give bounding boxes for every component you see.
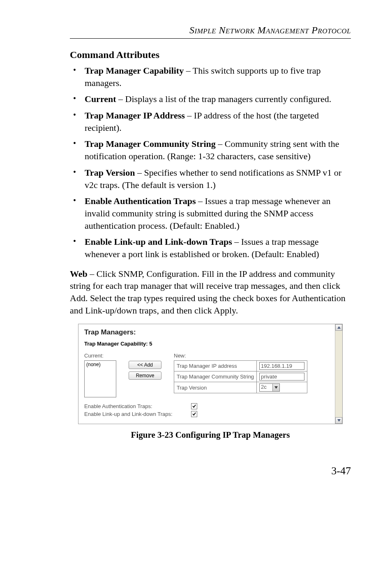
scroll-down-button[interactable] bbox=[335, 417, 342, 424]
table-row: Trap Manager IP address 192.168.1.19 bbox=[174, 361, 307, 371]
current-value: (none) bbox=[86, 362, 101, 367]
list-item: Trap Version – Specifies whether to send… bbox=[70, 167, 351, 191]
current-label: Current: bbox=[84, 353, 116, 359]
new-form-table: Trap Manager IP address 192.168.1.19 Tra… bbox=[174, 360, 307, 393]
link-traps-row: Enable Link-up and Link-down Traps: bbox=[84, 411, 337, 417]
add-button[interactable]: << Add bbox=[129, 361, 161, 369]
scroll-up-button[interactable] bbox=[335, 324, 342, 331]
ip-cell: 192.168.1.19 bbox=[257, 361, 307, 371]
list-item: Trap Manager Capability – This switch su… bbox=[70, 65, 351, 89]
svg-marker-1 bbox=[337, 419, 341, 422]
term: Trap Manager Capability bbox=[85, 65, 184, 76]
term: Enable Authentication Traps bbox=[85, 196, 196, 206]
version-cell: 2c bbox=[257, 382, 307, 393]
web-lead: Web bbox=[70, 269, 88, 279]
community-label: Trap Manager Community String bbox=[174, 371, 257, 382]
new-column: New: Trap Manager IP address 192.168.1.1… bbox=[174, 353, 307, 393]
term: Current bbox=[85, 94, 116, 104]
columns: Current: (none) << Add Remove New: Trap … bbox=[84, 353, 337, 397]
running-header: Simple Network Management Protocol bbox=[70, 25, 351, 36]
chevron-down-icon bbox=[272, 384, 279, 391]
list-item: Trap Manager IP Address – IP address of … bbox=[70, 109, 351, 134]
figure-caption: Figure 3-23 Configuring IP Trap Managers bbox=[70, 430, 351, 440]
svg-marker-0 bbox=[337, 326, 341, 329]
ip-label: Trap Manager IP address bbox=[174, 361, 257, 371]
button-column: << Add Remove bbox=[129, 361, 161, 380]
capability-label: Trap Manager Capability: 5 bbox=[84, 341, 337, 347]
page: Simple Network Management Protocol Comma… bbox=[0, 0, 392, 494]
community-cell: private bbox=[257, 371, 307, 382]
panel-title: Trap Managers: bbox=[84, 328, 337, 337]
checkbox-section: Enable Authentication Traps: Enable Link… bbox=[84, 403, 337, 417]
link-traps-label: Enable Link-up and Link-down Traps: bbox=[84, 411, 191, 417]
list-item: Enable Link-up and Link-down Traps – Iss… bbox=[70, 236, 351, 260]
list-item: Current – Displays a list of the trap ma… bbox=[70, 93, 351, 105]
table-row: Trap Manager Community String private bbox=[174, 371, 307, 382]
header-rule bbox=[70, 38, 351, 39]
desc: – Displays a list of the trap managers c… bbox=[116, 94, 332, 104]
screenshot-panel: Trap Managers: Trap Manager Capability: … bbox=[78, 324, 343, 424]
auth-traps-checkbox[interactable] bbox=[191, 403, 197, 409]
version-value: 2c bbox=[260, 384, 272, 391]
version-select[interactable]: 2c bbox=[259, 383, 280, 392]
ip-input[interactable]: 192.168.1.19 bbox=[259, 362, 304, 370]
term: Trap Version bbox=[85, 167, 135, 178]
community-input[interactable]: private bbox=[259, 373, 304, 381]
attribute-list: Trap Manager Capability – This switch su… bbox=[70, 65, 351, 260]
term: Trap Manager IP Address bbox=[85, 110, 185, 121]
remove-button[interactable]: Remove bbox=[129, 371, 161, 380]
section-title: Command Attributes bbox=[70, 49, 351, 60]
auth-traps-label: Enable Authentication Traps: bbox=[84, 403, 191, 409]
current-listbox[interactable]: (none) bbox=[84, 360, 116, 397]
term: Enable Link-up and Link-down Traps bbox=[85, 237, 232, 247]
new-label: New: bbox=[174, 353, 307, 359]
version-label: Trap Version bbox=[174, 382, 257, 393]
auth-traps-row: Enable Authentication Traps: bbox=[84, 403, 337, 409]
table-row: Trap Version 2c bbox=[174, 382, 307, 393]
term: Trap Manager Community String bbox=[85, 139, 216, 149]
web-rest: – Click SNMP, Configuration. Fill in the… bbox=[70, 269, 346, 316]
page-number: 3-47 bbox=[70, 465, 351, 477]
list-item: Trap Manager Community String – Communit… bbox=[70, 138, 351, 162]
scrollbar[interactable] bbox=[335, 324, 342, 424]
screenshot-inner: Trap Managers: Trap Manager Capability: … bbox=[78, 324, 342, 421]
svg-marker-2 bbox=[274, 386, 278, 389]
list-item: Enable Authentication Traps – Issues a t… bbox=[70, 195, 351, 232]
current-column: Current: (none) bbox=[84, 353, 116, 397]
web-paragraph: Web – Click SNMP, Configuration. Fill in… bbox=[70, 268, 351, 317]
link-traps-checkbox[interactable] bbox=[191, 411, 197, 417]
